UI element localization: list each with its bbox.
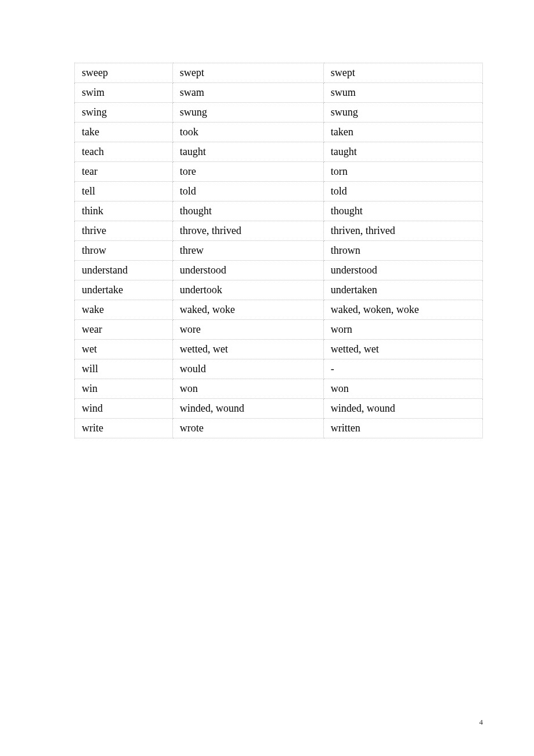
table-cell: swim [75, 83, 173, 103]
table-row: writewrotewritten [75, 419, 483, 438]
table-cell: understood [323, 261, 482, 280]
table-row: taketooktaken [75, 123, 483, 142]
table-cell: write [75, 419, 173, 438]
table-cell: - [323, 359, 482, 379]
table-row: undertakeundertookundertaken [75, 280, 483, 300]
table-row: winwonwon [75, 379, 483, 399]
table-cell: wear [75, 320, 173, 340]
table-cell: undertake [75, 280, 173, 300]
table-row: telltoldtold [75, 182, 483, 201]
table-cell: wetted, wet [323, 340, 482, 359]
table-cell: swam [172, 83, 323, 103]
table-row: thinkthoughtthought [75, 201, 483, 221]
table-cell: wore [172, 320, 323, 340]
table-cell: taught [323, 142, 482, 162]
table-cell: win [75, 379, 173, 399]
table-cell: teach [75, 142, 173, 162]
table-cell: thrown [323, 241, 482, 261]
table-cell: swung [172, 103, 323, 123]
table-cell: thought [323, 201, 482, 221]
table-cell: understand [75, 261, 173, 280]
table-cell: worn [323, 320, 482, 340]
table-cell: throw [75, 241, 173, 261]
table-cell: tore [172, 162, 323, 182]
verb-table-body: sweepsweptsweptswimswamswumswingswungswu… [75, 63, 483, 438]
table-cell: swept [172, 63, 323, 83]
table-row: wearworeworn [75, 320, 483, 340]
table-row: swingswungswung [75, 103, 483, 123]
table-cell: would [172, 359, 323, 379]
table-cell: threw [172, 241, 323, 261]
table-cell: swung [323, 103, 482, 123]
verb-table: sweepsweptsweptswimswamswumswingswungswu… [74, 63, 483, 438]
table-cell: torn [323, 162, 482, 182]
table-cell: wind [75, 399, 173, 419]
table-cell: sweep [75, 63, 173, 83]
table-row: teachtaughttaught [75, 142, 483, 162]
table-row: willwould- [75, 359, 483, 379]
table-cell: think [75, 201, 173, 221]
table-row: windwinded, woundwinded, wound [75, 399, 483, 419]
table-cell: waked, woken, woke [323, 300, 482, 320]
table-cell: taken [323, 123, 482, 142]
table-cell: throve, thrived [172, 221, 323, 241]
table-row: throwthrewthrown [75, 241, 483, 261]
table-cell: tell [75, 182, 173, 201]
table-cell: written [323, 419, 482, 438]
table-cell: understood [172, 261, 323, 280]
table-cell: won [323, 379, 482, 399]
table-cell: thrive [75, 221, 173, 241]
table-cell: took [172, 123, 323, 142]
table-cell: told [323, 182, 482, 201]
table-row: thrivethrove, thrivedthriven, thrived [75, 221, 483, 241]
table-cell: undertaken [323, 280, 482, 300]
table-row: wakewaked, wokewaked, woken, woke [75, 300, 483, 320]
table-cell: take [75, 123, 173, 142]
table-row: wetwetted, wetwetted, wet [75, 340, 483, 359]
table-cell: wetted, wet [172, 340, 323, 359]
table-cell: thought [172, 201, 323, 221]
table-row: teartoretorn [75, 162, 483, 182]
table-cell: told [172, 182, 323, 201]
table-row: swimswamswum [75, 83, 483, 103]
table-cell: winded, wound [323, 399, 482, 419]
table-cell: tear [75, 162, 173, 182]
table-cell: taught [172, 142, 323, 162]
page-number: 4 [479, 718, 484, 727]
table-cell: swum [323, 83, 482, 103]
table-cell: swept [323, 63, 482, 83]
table-cell: undertook [172, 280, 323, 300]
table-row: sweepsweptswept [75, 63, 483, 83]
table-row: understandunderstoodunderstood [75, 261, 483, 280]
table-cell: wrote [172, 419, 323, 438]
table-cell: swing [75, 103, 173, 123]
table-cell: wet [75, 340, 173, 359]
table-cell: thriven, thrived [323, 221, 482, 241]
table-cell: waked, woke [172, 300, 323, 320]
table-cell: will [75, 359, 173, 379]
table-cell: winded, wound [172, 399, 323, 419]
table-cell: won [172, 379, 323, 399]
table-cell: wake [75, 300, 173, 320]
